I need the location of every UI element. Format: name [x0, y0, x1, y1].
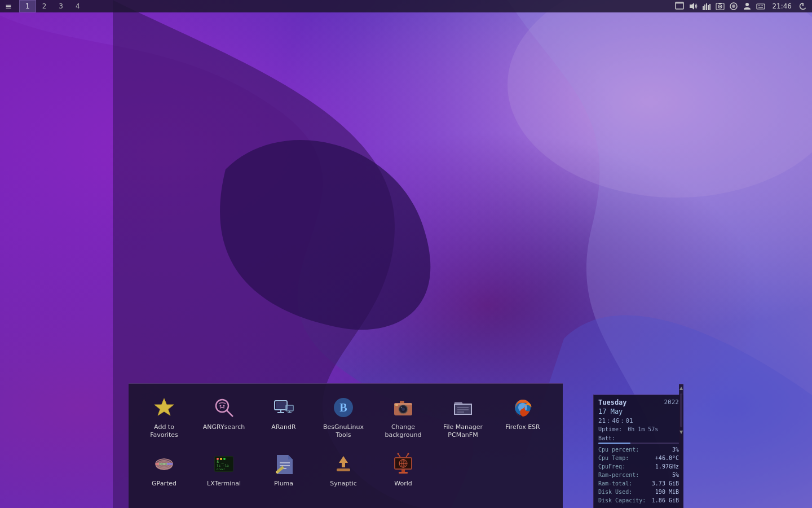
- svg-marker-3: [690, 3, 694, 10]
- volume-icon[interactable]: [687, 1, 699, 12]
- disk-capacity-row: Disk Capacity: 1.86 GiB: [598, 496, 679, 505]
- disk-capacity-value: 1.86 GiB: [652, 496, 679, 505]
- launcher-scrollbar[interactable]: ▲ ▼: [679, 384, 683, 508]
- app-change-background[interactable]: Changebackground: [373, 389, 433, 446]
- window-manager-icon[interactable]: [674, 1, 685, 12]
- add-favorites-label: Add toFavorites: [150, 423, 178, 440]
- scroll-down-arrow[interactable]: ▼: [679, 428, 683, 435]
- svg-rect-30: [276, 402, 286, 409]
- app-gparted[interactable]: GParted: [134, 446, 194, 502]
- sysinfo-time: 21：46：01: [598, 417, 679, 425]
- svg-point-87: [398, 453, 399, 455]
- svg-point-43: [401, 407, 402, 408]
- battery-fill: [598, 443, 630, 444]
- battery-bar-container: Batt:: [598, 435, 679, 444]
- svg-point-69: [223, 458, 226, 460]
- file-manager-label: File ManagerPCManFM: [443, 423, 483, 440]
- svg-rect-34: [287, 406, 293, 410]
- app-firefox[interactable]: Firefox ESR: [493, 389, 553, 446]
- battery-label: Batt:: [598, 435, 615, 441]
- ram-total-value: 3.73 GiB: [652, 479, 679, 488]
- ram-percent-row: Ram-percent: 5%: [598, 471, 679, 479]
- add-favorites-icon: [151, 394, 178, 421]
- user-icon[interactable]: [742, 1, 753, 12]
- change-background-label: Changebackground: [385, 423, 421, 440]
- svg-rect-4: [703, 6, 704, 10]
- cpu-freq-label: CpuFreq:: [598, 462, 625, 471]
- svg-point-67: [217, 458, 219, 460]
- app-arandr[interactable]: ARandR: [254, 389, 314, 446]
- workspace-2[interactable]: 2: [36, 0, 53, 12]
- svg-rect-46: [394, 403, 412, 405]
- menu-icon: ≡: [5, 2, 12, 11]
- svg-rect-8: [709, 4, 710, 10]
- cpu-percent-label: Cpu percent:: [598, 445, 639, 454]
- app-file-manager[interactable]: File ManagerPCManFM: [433, 389, 493, 446]
- svg-point-0: [508, 0, 812, 198]
- world-label: World: [394, 480, 412, 488]
- lxterminal-label: LXTerminal: [207, 480, 241, 488]
- svg-rect-6: [706, 3, 707, 10]
- app-lxterminal[interactable]: $ _ ls -la drwxr LXTerminal: [194, 446, 254, 502]
- ram-total-label: Ram-total:: [598, 479, 632, 488]
- svg-point-68: [220, 458, 222, 460]
- app-world[interactable]: World: [373, 446, 433, 502]
- firefox-icon: [509, 394, 536, 421]
- uptime-value: 0h 1m 57s: [628, 426, 658, 432]
- disk-used-row: Disk Used: 190 MiB: [598, 488, 679, 496]
- svg-rect-83: [401, 470, 405, 472]
- angrysearch-icon: [210, 394, 237, 421]
- sysinfo-day-of-week: Tuesday: [598, 398, 627, 406]
- ram-percent-value: 5%: [672, 471, 679, 479]
- disk-capacity-label: Disk Capacity:: [598, 496, 646, 505]
- besgnulinux-icon: B: [330, 394, 357, 421]
- besgnulinux-label: BesGnuLinuxTools: [323, 423, 364, 440]
- keyboard-icon[interactable]: [755, 1, 766, 12]
- firefox-label: Firefox ESR: [505, 423, 540, 431]
- disk-used-value: 190 MiB: [655, 488, 679, 496]
- sysinfo-header: Tuesday 2022: [598, 398, 679, 406]
- svg-rect-19: [761, 6, 762, 7]
- change-background-icon: [390, 394, 417, 421]
- svg-rect-17: [758, 6, 759, 7]
- app-add-favorites[interactable]: Add toFavorites: [134, 389, 194, 446]
- screenshot-icon[interactable]: [714, 1, 726, 12]
- svg-point-42: [401, 408, 405, 411]
- app-besgnulinux[interactable]: B BesGnuLinuxTools: [314, 389, 373, 446]
- app-synaptic[interactable]: Synaptic: [314, 446, 373, 502]
- svg-point-14: [732, 5, 735, 8]
- ram-percent-label: Ram-percent:: [598, 471, 639, 479]
- svg-rect-84: [399, 472, 408, 474]
- record-icon[interactable]: [728, 1, 739, 12]
- svg-point-28: [223, 405, 225, 407]
- workspace-4[interactable]: 4: [69, 0, 86, 12]
- taskbar-right-section: 21:46: [674, 1, 812, 12]
- sysinfo-widget: Tuesday 2022 17 May 21：46：01 Uptime: 0h …: [593, 395, 683, 508]
- svg-rect-5: [704, 5, 705, 10]
- gparted-icon: [151, 450, 178, 478]
- svg-text:drwxr: drwxr: [217, 467, 225, 471]
- synaptic-icon: [330, 450, 357, 478]
- app-angrysearch[interactable]: ANGRYsearch: [194, 389, 254, 446]
- workspace-1[interactable]: 1: [19, 0, 36, 12]
- cpu-monitor-icon[interactable]: [701, 1, 712, 12]
- workspace-3[interactable]: 3: [52, 0, 69, 12]
- svg-rect-18: [760, 6, 761, 7]
- cpu-freq-value: 1.97GHz: [655, 462, 679, 471]
- svg-point-25: [216, 400, 228, 412]
- workspace-switcher: 1 2 3 4: [19, 0, 674, 12]
- app-pluma[interactable]: Pluma: [254, 446, 314, 502]
- cpu-temp-row: Cpu Temp: +46.0°C: [598, 454, 679, 462]
- angrysearch-label: ANGRYsearch: [203, 423, 245, 431]
- svg-text:ls -la: ls -la: [217, 463, 229, 467]
- scroll-up-arrow[interactable]: ▲: [679, 384, 683, 391]
- svg-marker-24: [155, 398, 174, 415]
- battery-bar: [598, 443, 679, 444]
- svg-rect-21: [758, 7, 763, 8]
- menu-button[interactable]: ≡: [0, 0, 17, 12]
- svg-rect-47: [455, 405, 471, 414]
- taskbar: ≡ 1 2 3 4: [0, 0, 812, 12]
- lxterminal-icon: $ _ ls -la drwxr: [210, 450, 237, 478]
- power-icon[interactable]: [797, 1, 809, 12]
- arandr-label: ARandR: [271, 423, 295, 431]
